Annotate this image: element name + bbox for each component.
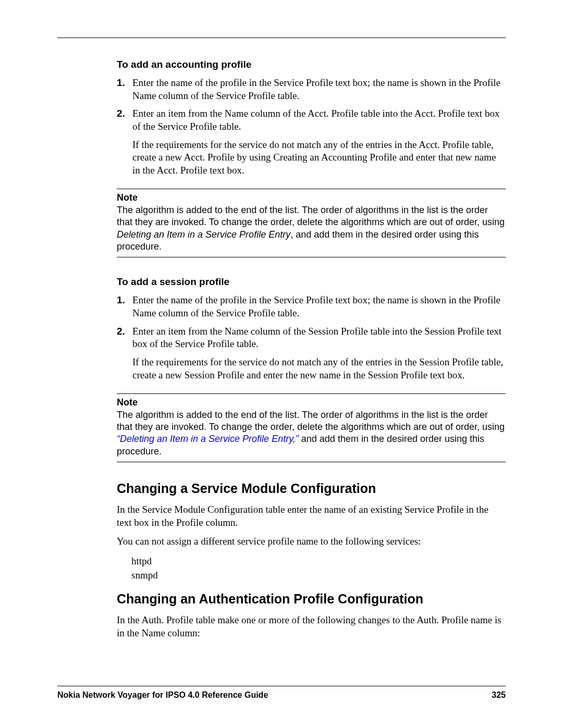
note-label: Note [117,192,506,203]
step-item: 1. Enter the name of the profile in the … [117,294,506,319]
paragraph: You can not assign a different service p… [117,535,506,548]
step-text: Enter an item from the Name column of th… [132,107,506,133]
footer-page-number: 325 [492,690,506,700]
paragraph: In the Auth. Profile table make one or m… [117,614,506,639]
note-rule-top [117,189,506,189]
step-number: 1. [117,77,131,102]
service-list: httpd snmpd [131,554,506,582]
footer-title: Nokia Network Voyager for IPSO 4.0 Refer… [57,690,268,700]
note-body: The algorithm is added to the end of the… [117,409,506,458]
step-text: Enter the name of the profile in the Ser… [132,294,506,319]
step-follow-text: If the requirements for the service do n… [132,139,506,177]
note-body: The algorithm is added to the end of the… [117,204,506,253]
step-number: 2. [117,325,131,382]
step-number: 2. [117,107,131,177]
note-link-ref[interactable]: “Deleting an Item in a Service Profile E… [117,434,299,444]
note-block: Note The algorithm is added to the end o… [117,189,506,258]
note-text-pre: The algorithm is added to the end of the… [117,205,505,227]
note-rule-bottom [117,462,506,462]
paragraph: In the Service Module Configuration tabl… [117,503,506,529]
heading-auth-profile-config: Changing an Authentication Profile Confi… [117,591,506,607]
subheading-accounting-profile: To add an accounting profile [117,59,506,70]
step-follow-text: If the requirements for the service do n… [132,356,506,381]
step-text: Enter the name of the profile in the Ser… [132,77,506,102]
note-rule-top [117,393,506,394]
step-text: Enter an item from the Name column of th… [132,325,506,351]
heading-service-module-config: Changing a Service Module Configuration [117,481,506,496]
step-item: 2. Enter an item from the Name column of… [117,107,506,177]
step-number: 1. [117,294,131,319]
step-item: 1. Enter the name of the profile in the … [117,77,506,102]
subheading-session-profile: To add a session profile [117,276,506,288]
list-item: snmpd [131,569,506,583]
top-rule [57,38,506,38]
page-footer: Nokia Network Voyager for IPSO 4.0 Refer… [57,686,506,700]
note-text-pre: The algorithm is added to the end of the… [117,410,505,432]
note-block: Note The algorithm is added to the end o… [117,393,506,463]
step-item: 2. Enter an item from the Name column of… [117,325,506,382]
note-label: Note [117,397,506,408]
footer-rule [57,686,506,686]
note-rule-bottom [117,257,506,257]
list-item: httpd [131,554,506,569]
note-italic-ref: Deleting an Item in a Service Profile En… [117,229,290,240]
